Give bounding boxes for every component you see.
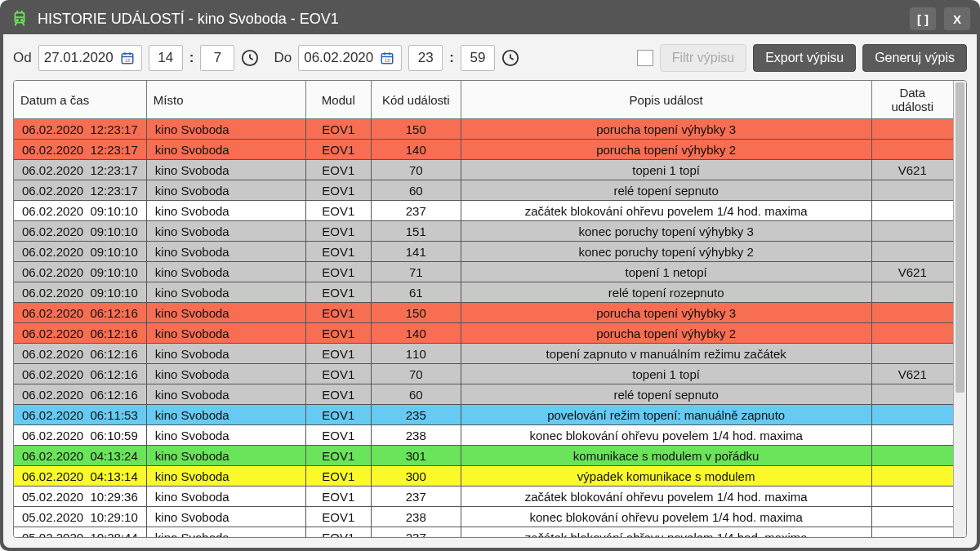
cell-desc: konec blokování ohřevu povelem 1/4 hod. … bbox=[461, 425, 871, 446]
to-minute-field[interactable]: 59 bbox=[461, 45, 495, 71]
table-row[interactable]: 06.02.2020 04:13:24kino SvobodaEOV1301ko… bbox=[14, 446, 953, 466]
cell-dt: 06.02.2020 04:13:14 bbox=[14, 466, 146, 487]
col-description[interactable]: Popis událost bbox=[461, 81, 871, 119]
table-row[interactable]: 06.02.2020 06:12:16kino SvobodaEOV170top… bbox=[14, 364, 953, 384]
cell-dt: 06.02.2020 12:23:17 bbox=[14, 119, 146, 140]
table-row[interactable]: 06.02.2020 12:23:17kino SvobodaEOV170top… bbox=[14, 160, 953, 180]
cell-mod: EOV1 bbox=[305, 160, 371, 180]
cell-loc: kino Svoboda bbox=[146, 303, 305, 323]
vertical-scrollbar[interactable] bbox=[953, 81, 966, 537]
cell-code: 140 bbox=[371, 323, 461, 344]
to-hour-field[interactable]: 23 bbox=[408, 45, 443, 71]
cell-mod: EOV1 bbox=[305, 466, 371, 487]
table-row[interactable]: 06.02.2020 09:10:10kino SvobodaEOV171top… bbox=[14, 262, 953, 282]
cell-data bbox=[871, 323, 953, 344]
table-row[interactable]: 05.02.2020 10:29:36kino SvobodaEOV1237za… bbox=[14, 487, 953, 507]
cell-dt: 06.02.2020 09:10:10 bbox=[14, 282, 146, 303]
cell-data bbox=[871, 221, 953, 242]
cell-mod: EOV1 bbox=[305, 303, 371, 323]
cell-mod: EOV1 bbox=[305, 221, 371, 242]
clock-icon[interactable] bbox=[241, 49, 259, 67]
table-row[interactable]: 05.02.2020 10:28:44kino SvobodaEOV1237za… bbox=[14, 527, 953, 538]
tram-icon bbox=[10, 9, 29, 29]
col-datetime[interactable]: Datum a čas bbox=[14, 81, 146, 119]
from-date-field[interactable]: 27.01.2020 15 bbox=[38, 45, 142, 71]
table-row[interactable]: 06.02.2020 06:12:16kino SvobodaEOV1150po… bbox=[14, 303, 953, 323]
table-row[interactable]: 06.02.2020 06:10:59kino SvobodaEOV1238ko… bbox=[14, 425, 953, 446]
svg-text:15: 15 bbox=[385, 58, 390, 63]
col-event-data[interactable]: Data události bbox=[871, 81, 953, 119]
cell-mod: EOV1 bbox=[305, 487, 371, 507]
cell-loc: kino Svoboda bbox=[146, 446, 305, 466]
cell-code: 110 bbox=[371, 344, 461, 364]
col-event-code[interactable]: Kód události bbox=[371, 81, 461, 119]
cell-desc: porucha topení výhybky 3 bbox=[461, 303, 871, 323]
cell-code: 235 bbox=[371, 405, 461, 425]
cell-dt: 06.02.2020 09:10:10 bbox=[14, 201, 146, 221]
cell-dt: 06.02.2020 06:12:16 bbox=[14, 303, 146, 323]
table-row[interactable]: 06.02.2020 04:13:14kino SvobodaEOV1300vý… bbox=[14, 466, 953, 487]
table-row[interactable]: 06.02.2020 06:12:16kino SvobodaEOV1110to… bbox=[14, 344, 953, 364]
table-row[interactable]: 06.02.2020 09:10:10kino SvobodaEOV161rel… bbox=[14, 282, 953, 303]
table-row[interactable]: 06.02.2020 09:10:10kino SvobodaEOV1141ko… bbox=[14, 242, 953, 262]
cell-dt: 05.02.2020 10:28:44 bbox=[14, 527, 146, 538]
scrollbar-thumb[interactable] bbox=[956, 82, 964, 393]
cell-code: 237 bbox=[371, 527, 461, 538]
cell-loc: kino Svoboda bbox=[146, 507, 305, 527]
events-table-wrap: Datum a čas Místo Modul Kód události Pop… bbox=[13, 80, 967, 538]
maximize-button[interactable]: [ ] bbox=[910, 7, 936, 30]
table-row[interactable]: 06.02.2020 09:10:10kino SvobodaEOV1151ko… bbox=[14, 221, 953, 242]
cell-code: 60 bbox=[371, 384, 461, 405]
cell-loc: kino Svoboda bbox=[146, 466, 305, 487]
table-row[interactable]: 06.02.2020 06:12:16kino SvobodaEOV1140po… bbox=[14, 323, 953, 344]
cell-code: 71 bbox=[371, 262, 461, 282]
cell-loc: kino Svoboda bbox=[146, 323, 305, 344]
cell-loc: kino Svoboda bbox=[146, 344, 305, 364]
cell-dt: 06.02.2020 12:23:17 bbox=[14, 180, 146, 201]
cell-desc: konec blokování ohřevu povelem 1/4 hod. … bbox=[461, 507, 871, 527]
clock-icon[interactable] bbox=[501, 49, 519, 67]
content-area: Od 27.01.2020 15 14 : 7 Do 06.02.2020 15… bbox=[3, 34, 977, 548]
table-row[interactable]: 06.02.2020 06:12:16kino SvobodaEOV160rel… bbox=[14, 384, 953, 405]
events-table: Datum a čas Místo Modul Kód události Pop… bbox=[14, 81, 953, 537]
cell-code: 60 bbox=[371, 180, 461, 201]
cell-loc: kino Svoboda bbox=[146, 425, 305, 446]
events-table-scroll[interactable]: Datum a čas Místo Modul Kód události Pop… bbox=[14, 81, 953, 537]
cell-data bbox=[871, 201, 953, 221]
table-row[interactable]: 06.02.2020 12:23:17kino SvobodaEOV160rel… bbox=[14, 180, 953, 201]
from-label: Od bbox=[13, 50, 32, 66]
col-location[interactable]: Místo bbox=[146, 81, 305, 119]
cell-data bbox=[871, 384, 953, 405]
table-row[interactable]: 06.02.2020 12:23:17kino SvobodaEOV1140po… bbox=[14, 140, 953, 160]
cell-code: 140 bbox=[371, 140, 461, 160]
table-row[interactable]: 05.02.2020 10:29:10kino SvobodaEOV1238ko… bbox=[14, 507, 953, 527]
cell-data bbox=[871, 344, 953, 364]
titlebar: HISTORIE UDÁLOSTÍ - kino Svoboda - EOV1 … bbox=[3, 3, 977, 34]
cell-loc: kino Svoboda bbox=[146, 201, 305, 221]
generate-button[interactable]: Generuj výpis bbox=[862, 44, 967, 72]
calendar-icon[interactable]: 15 bbox=[378, 49, 396, 67]
table-row[interactable]: 06.02.2020 09:10:10kino SvobodaEOV1237za… bbox=[14, 201, 953, 221]
cell-loc: kino Svoboda bbox=[146, 384, 305, 405]
cell-mod: EOV1 bbox=[305, 425, 371, 446]
calendar-icon[interactable]: 15 bbox=[118, 49, 136, 67]
from-hour-field[interactable]: 14 bbox=[149, 45, 183, 71]
filter-button[interactable]: Filtr výpisu bbox=[660, 44, 746, 72]
from-minute-field[interactable]: 7 bbox=[200, 45, 234, 71]
cell-data: V621 bbox=[871, 364, 953, 384]
col-module[interactable]: Modul bbox=[305, 81, 371, 119]
export-button[interactable]: Export výpisu bbox=[753, 44, 856, 72]
cell-loc: kino Svoboda bbox=[146, 364, 305, 384]
filter-checkbox[interactable] bbox=[637, 50, 653, 66]
filter-bar: Od 27.01.2020 15 14 : 7 Do 06.02.2020 15… bbox=[13, 44, 967, 72]
cell-dt: 06.02.2020 12:23:17 bbox=[14, 140, 146, 160]
table-row[interactable]: 06.02.2020 06:11:53kino SvobodaEOV1235po… bbox=[14, 405, 953, 425]
close-button[interactable]: X bbox=[944, 7, 970, 30]
svg-text:15: 15 bbox=[125, 58, 131, 63]
cell-code: 70 bbox=[371, 364, 461, 384]
cell-code: 150 bbox=[371, 303, 461, 323]
cell-desc: relé topení rozepnuto bbox=[461, 282, 871, 303]
table-row[interactable]: 06.02.2020 12:23:17kino SvobodaEOV1150po… bbox=[14, 119, 953, 140]
to-date-field[interactable]: 06.02.2020 15 bbox=[298, 45, 402, 71]
cell-mod: EOV1 bbox=[305, 384, 371, 405]
